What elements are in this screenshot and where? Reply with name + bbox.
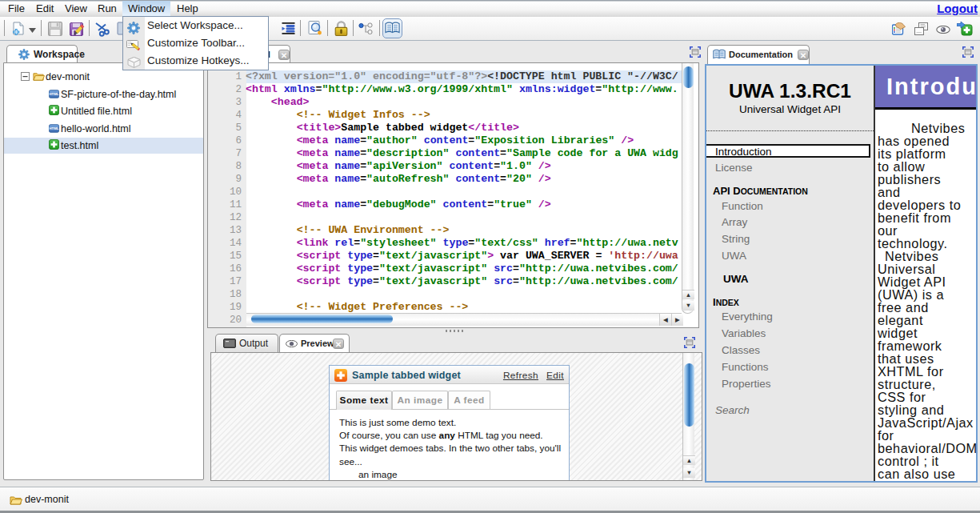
svg-text:HTML: HTML xyxy=(49,92,58,96)
svg-text:HTML: HTML xyxy=(49,126,58,130)
